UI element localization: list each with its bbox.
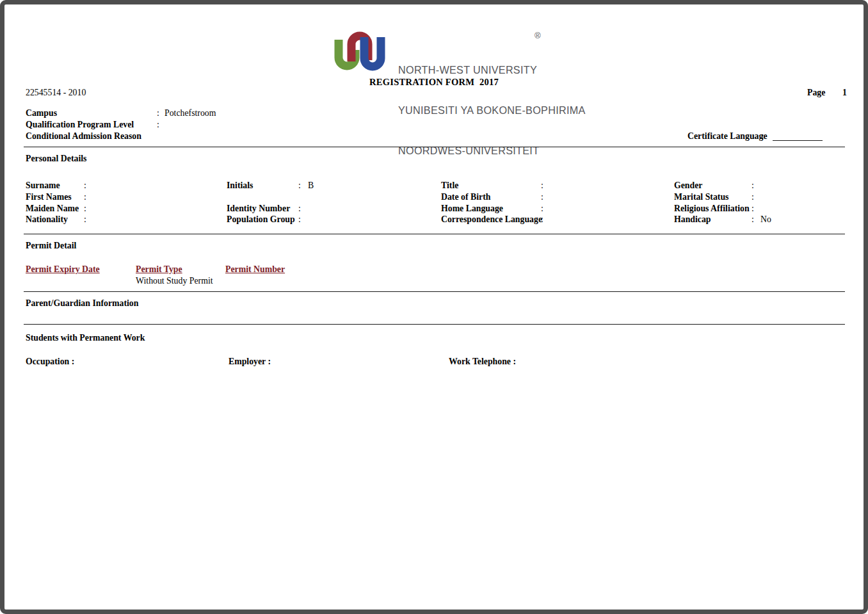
identity-number-colon: : [298, 204, 301, 213]
handicap-value: No [760, 214, 771, 224]
nationality-colon: : [84, 214, 86, 224]
religious-affiliation-colon: : [751, 204, 754, 213]
section-divider [24, 234, 845, 234]
page-label: Page [807, 88, 825, 97]
first-names-colon: : [84, 192, 86, 202]
nationality-label: Nationality [26, 214, 68, 224]
religious-affiliation-label: Religious Affiliation [674, 204, 750, 213]
parent-guardian-title: Parent/Guardian Information [26, 298, 138, 308]
maiden-name-colon: : [84, 204, 86, 213]
gender-label: Gender [674, 181, 702, 190]
marital-status-label: Marital Status [674, 192, 728, 202]
section-divider [24, 324, 845, 325]
section-divider [24, 291, 845, 292]
home-language-colon: : [541, 204, 543, 213]
campus-value: Potchefstroom [165, 108, 216, 118]
surname-label: Surname [26, 181, 60, 190]
campus-label: Campus [26, 108, 57, 118]
logo-blue-u [364, 37, 381, 67]
nwu-logo [328, 24, 391, 76]
registered-trademark-icon: ® [534, 31, 541, 40]
correspondence-language-label: Correspondence Language [441, 214, 542, 224]
population-group-colon: : [298, 214, 301, 224]
surname-colon: : [84, 181, 86, 190]
permit-type-header: Permit Type [136, 264, 182, 274]
qualification-program-level-colon: : [157, 120, 159, 129]
university-name-en: NORTH-WEST UNIVERSITY [398, 63, 586, 77]
identity-number-label: Identity Number [227, 204, 290, 213]
title-label: Title [441, 181, 458, 190]
work-telephone-label: Work Telephone : [449, 357, 516, 366]
initials-label: Initials [227, 181, 253, 190]
university-name-block: NORTH-WEST UNIVERSITY YUNIBESITI YA BOKO… [398, 36, 586, 184]
handicap-colon: : [751, 214, 754, 224]
occupation-label: Occupation : [26, 357, 74, 366]
qualification-program-level-label: Qualification Program Level [26, 120, 134, 129]
permanent-work-title: Students with Permanent Work [26, 333, 145, 343]
employer-label: Employer : [229, 357, 271, 366]
section-divider [24, 147, 845, 147]
permit-type-value: Without Study Permit [136, 276, 213, 286]
title-colon: : [541, 181, 543, 190]
population-group-label: Population Group [227, 214, 295, 224]
form-title: REGISTRATION FORM 2017 [0, 77, 868, 88]
university-name-tswana: YUNIBESITI YA BOKONE-BOPHIRIMA [398, 104, 586, 117]
marital-status-colon: : [751, 192, 754, 202]
permit-detail-title: Permit Detail [26, 241, 76, 250]
date-of-birth-colon: : [541, 192, 543, 202]
certificate-language-blank-field [773, 140, 823, 141]
maiden-name-label: Maiden Name [26, 204, 79, 213]
registration-form-page: NORTH-WEST UNIVERSITY YUNIBESITI YA BOKO… [0, 0, 868, 614]
correspondence-language-colon: : [541, 214, 543, 224]
permit-expiry-date-header: Permit Expiry Date [26, 264, 100, 274]
page-number: 1 [842, 88, 847, 97]
first-names-label: First Names [26, 192, 72, 202]
conditional-admission-reason-label: Conditional Admission Reason [26, 131, 141, 141]
initials-colon: : [298, 181, 301, 190]
initials-value: B [308, 181, 314, 190]
certificate-language-label: Certificate Language [687, 131, 768, 141]
home-language-label: Home Language [441, 204, 503, 213]
certificate-language-colon: : [761, 131, 764, 141]
gender-colon: : [751, 181, 754, 190]
campus-colon: : [157, 108, 159, 118]
permit-number-header: Permit Number [225, 264, 285, 274]
student-number: 22545514 - 2010 [26, 88, 86, 97]
handicap-label: Handicap [674, 214, 711, 224]
personal-details-title: Personal Details [26, 154, 86, 163]
date-of-birth-label: Date of Birth [441, 192, 490, 202]
